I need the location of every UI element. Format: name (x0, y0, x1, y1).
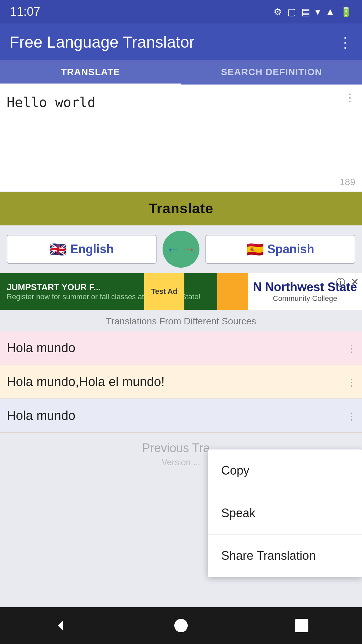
context-menu-speak[interactable]: Speak (208, 492, 362, 535)
context-menu-copy[interactable]: Copy (208, 449, 362, 492)
context-overlay[interactable]: Copy Speak Share Translation (0, 0, 362, 644)
context-menu-share[interactable]: Share Translation (208, 535, 362, 577)
context-menu: Copy Speak Share Translation (208, 449, 362, 577)
